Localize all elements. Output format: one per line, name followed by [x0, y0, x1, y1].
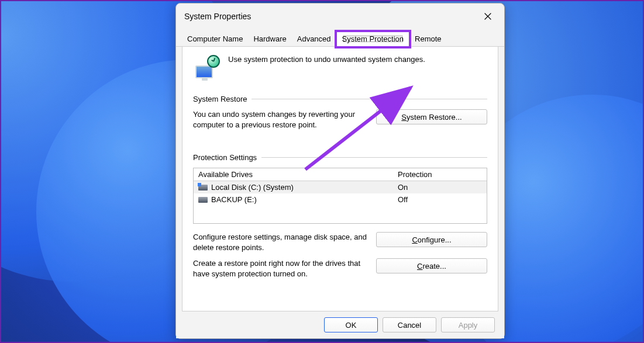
system-properties-dialog: System Properties Computer Name Hardware… [175, 3, 505, 339]
create-description: Create a restore point right now for the… [193, 258, 368, 279]
tab-remote[interactable]: Remote [409, 32, 447, 46]
drive-icon [198, 185, 208, 190]
tab-advanced[interactable]: Advanced [292, 32, 336, 46]
col-available-drives: Available Drives [194, 168, 393, 181]
drive-row[interactable]: Local Disk (C:) (System) On [194, 181, 487, 193]
configure-description: Configure restore settings, manage disk … [193, 232, 368, 252]
tab-hardware[interactable]: Hardware [248, 32, 291, 46]
intro-text: Use system protection to undo unwanted s… [228, 55, 425, 64]
system-restore-button[interactable]: System Restore... [376, 109, 487, 124]
configure-button[interactable]: Configure... [376, 232, 487, 247]
window-title: System Properties [184, 12, 251, 21]
tab-content: Use system protection to undo unwanted s… [182, 47, 498, 311]
group-system-restore: System Restore [193, 95, 487, 103]
drive-row[interactable]: BACKUP (E:) Off [194, 193, 487, 206]
drives-table[interactable]: Available Drives Protection Local Disk (… [193, 168, 487, 224]
group-protection-settings: Protection Settings [193, 153, 487, 162]
close-icon [484, 13, 491, 20]
tab-computer-name[interactable]: Computer Name [182, 32, 248, 46]
tab-strip: Computer Name Hardware Advanced System P… [176, 32, 504, 47]
create-button[interactable]: Create... [376, 258, 487, 273]
cancel-button[interactable]: Cancel [383, 317, 436, 332]
restore-description: You can undo system changes by reverting… [193, 109, 368, 130]
tab-system-protection[interactable]: System Protection [336, 32, 410, 47]
col-protection: Protection [393, 168, 487, 181]
apply-button: Apply [441, 317, 495, 332]
intro-row: Use system protection to undo unwanted s… [193, 55, 487, 81]
drive-icon [198, 197, 208, 203]
titlebar: System Properties [176, 4, 504, 28]
ok-button[interactable]: OK [324, 317, 378, 332]
system-protection-icon [194, 56, 219, 81]
dialog-button-bar: OK Cancel Apply [176, 311, 504, 338]
drives-header: Available Drives Protection [194, 168, 487, 181]
close-button[interactable] [477, 8, 498, 25]
